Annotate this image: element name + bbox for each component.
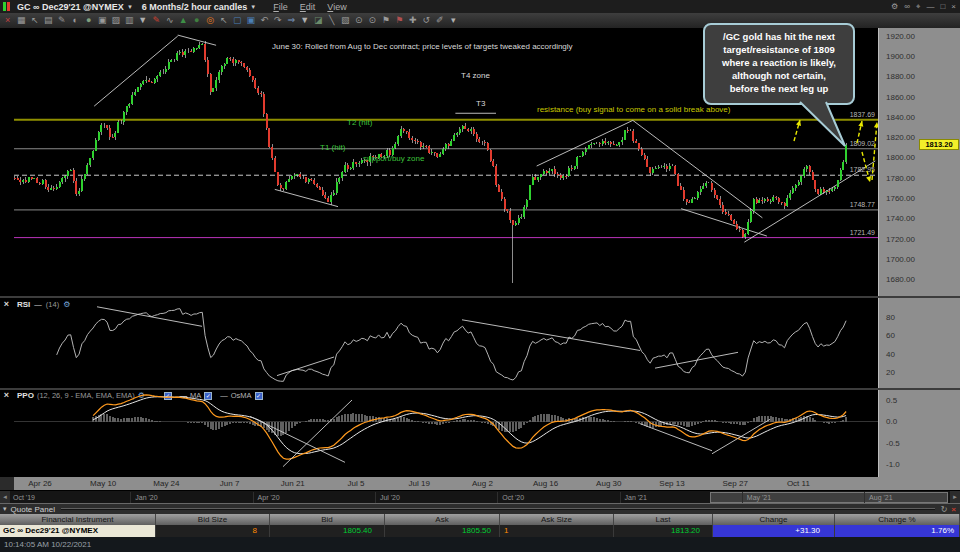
menu-edit[interactable]: Edit	[300, 2, 316, 12]
instrument-cell: GC ∞ Dec29'21 @NYMEX	[0, 525, 156, 537]
ellipse-tool-icon[interactable]: ◐	[69, 13, 83, 28]
pencil-icon[interactable]: ✎	[55, 13, 69, 28]
price-axis[interactable]: 1920.001900.001880.001860.001840.001820.…	[878, 28, 960, 296]
column-header-financial-instrument[interactable]: Financial Instrument	[0, 514, 156, 525]
menu-view[interactable]: View	[327, 2, 346, 12]
ppo-tick: 0.5	[886, 396, 897, 405]
timeline-divider	[620, 492, 621, 503]
crosshair-plus-icon[interactable]: ✚	[406, 13, 420, 28]
symbol-dropdown-caret[interactable]: ▼	[127, 4, 133, 10]
redo-icon[interactable]: ↷	[271, 13, 285, 28]
menu-file[interactable]: File	[273, 2, 288, 12]
forward-icon[interactable]: ⇒	[285, 13, 299, 28]
timeline-segment-label: Oct '20	[502, 494, 524, 501]
quote-panel-title: Quote Panel	[11, 505, 55, 514]
ppo-legend: —✓—MA✓—OsMA✓	[148, 391, 263, 400]
globe-icon[interactable]: ●	[190, 13, 204, 28]
column-header-last[interactable]: Last	[614, 514, 713, 525]
quote-panel-refresh-icon[interactable]: ↻	[941, 505, 948, 514]
date-tick: May 24	[153, 479, 179, 488]
more-dropdown-icon[interactable]: ▾	[447, 13, 461, 28]
price-chart-panel[interactable]	[14, 28, 878, 296]
snapshot-icon[interactable]: ▣	[96, 13, 110, 28]
titlebar: GC ∞ Dec29'21 @NYMEX ▼ 6 Months/2 hour c…	[0, 0, 960, 13]
window-controls: ⚙∞⌖—□×	[891, 0, 956, 13]
ppo-legend-checkbox[interactable]: ✓	[204, 392, 212, 400]
time-axis[interactable]: Apr 26May 10May 24Jun 7Jun 21Jul 5Jul 19…	[0, 477, 960, 490]
collapse-quote-panel-button[interactable]: ▾	[3, 505, 7, 513]
close-icon[interactable]: ×	[951, 2, 956, 11]
column-header-bid-size[interactable]: Bid Size	[156, 514, 270, 525]
timeframe-dropdown-caret[interactable]: ▼	[250, 4, 256, 10]
undo-icon[interactable]: ↶	[258, 13, 272, 28]
date-tick: Aug 30	[596, 479, 621, 488]
magnet-grid-icon[interactable]: ▦	[15, 13, 29, 28]
ppo-close-button[interactable]: ×	[1, 390, 12, 400]
column-header-ask-size[interactable]: Ask Size	[500, 514, 614, 525]
flag-red-icon[interactable]: ⚑	[393, 13, 407, 28]
ppo-axis[interactable]: 0.50.0-0.5-1.0	[878, 390, 960, 477]
sphere-icon[interactable]: ●	[82, 13, 96, 28]
date-tick: Sep 13	[659, 479, 684, 488]
target-icon[interactable]: ◎	[204, 13, 218, 28]
column-header-change-[interactable]: Change %	[835, 514, 960, 525]
layout-grid-icon[interactable]: ▥	[123, 13, 137, 28]
red-pencil-icon[interactable]: ✎	[150, 13, 164, 28]
minimize-icon[interactable]: —	[926, 2, 934, 11]
tools-dropdown-icon[interactable]: ▼	[136, 13, 150, 28]
timeline-divider	[497, 492, 498, 503]
area-chart-icon[interactable]: ◪	[312, 13, 326, 28]
clock: 10:14:05 AM 10/22/2021	[4, 540, 91, 549]
draw-dropdown-icon[interactable]: ▼	[298, 13, 312, 28]
ppo-legend-checkbox[interactable]: ✓	[164, 392, 172, 400]
timeline-scrollbar[interactable]: ◄ ► Oct '19Jan '20Apr '20Jul '20Oct '20J…	[0, 490, 960, 503]
rsi-axis[interactable]: 80604020	[878, 298, 960, 388]
chart-region-icon[interactable]: ▢	[231, 13, 245, 28]
trendline-tool-icon[interactable]: ╲	[325, 13, 339, 28]
change-pct-cell: 1.76%	[835, 525, 960, 537]
grid-style-icon[interactable]: ▤	[42, 13, 56, 28]
rotate-icon[interactable]: ↺	[420, 13, 434, 28]
quote-panel-header: ▾ Quote Panel ↻×	[0, 503, 960, 514]
wave-tool-icon[interactable]: ∿	[163, 13, 177, 28]
close-tool-icon[interactable]: ×	[1, 13, 15, 28]
zoom-in-icon[interactable]: ⊙	[352, 13, 366, 28]
rsi-settings-icon[interactable]: ⚙	[63, 300, 70, 309]
rsi-tick: 60	[886, 331, 895, 340]
cursor-icon[interactable]: ↖	[28, 13, 42, 28]
rsi-close-button[interactable]: ×	[1, 299, 12, 309]
rsi-header: RSI — (14) ⚙	[17, 300, 70, 309]
mountain-icon[interactable]: ▲	[177, 13, 191, 28]
hatch-tool-icon[interactable]: ▧	[339, 13, 353, 28]
candlestick-app-icon	[3, 2, 12, 11]
ppo-legend-checkbox[interactable]: ✓	[255, 392, 263, 400]
chart-region-filled-icon[interactable]: ▣	[244, 13, 258, 28]
rsi-panel[interactable]	[14, 298, 878, 388]
price-tick: 1760.00	[886, 194, 915, 203]
quote-panel-close-icon[interactable]: ×	[951, 505, 956, 514]
rsi-label: RSI	[17, 300, 30, 309]
price-tick: 1840.00	[886, 113, 915, 122]
pin-icon[interactable]: ⌖	[916, 2, 921, 12]
column-header-bid[interactable]: Bid	[270, 514, 385, 525]
timeline-divider	[864, 492, 865, 503]
annotate-icon[interactable]: ✐	[433, 13, 447, 28]
symbol-selector[interactable]: GC ∞ Dec29'21 @NYMEX	[17, 2, 124, 12]
timeframe-selector[interactable]: 6 Months/2 hour candles	[142, 2, 248, 12]
column-header-change[interactable]: Change	[713, 514, 835, 525]
timeline-thumb[interactable]	[710, 492, 948, 503]
zoom-out-icon[interactable]: ⊙	[366, 13, 380, 28]
ppo-panel[interactable]	[14, 390, 878, 477]
pattern-icon[interactable]: ▨	[109, 13, 123, 28]
maximize-icon[interactable]: □	[940, 2, 945, 11]
flag-icon[interactable]: ⚑	[379, 13, 393, 28]
ppo-legend-swatch: —	[180, 391, 188, 400]
rsi-line-swatch: —	[34, 300, 42, 309]
column-header-ask[interactable]: Ask	[385, 514, 500, 525]
link-icon[interactable]: ∞	[904, 2, 910, 11]
quote-table-row[interactable]: GC ∞ Dec29'21 @NYMEX81805.401805.5011813…	[0, 525, 960, 537]
pointer-icon[interactable]: ↖	[217, 13, 231, 28]
ppo-settings-icon[interactable]: ⚙	[138, 391, 145, 400]
price-tick: 1820.00	[886, 133, 915, 142]
settings-icon[interactable]: ⚙	[891, 2, 898, 11]
